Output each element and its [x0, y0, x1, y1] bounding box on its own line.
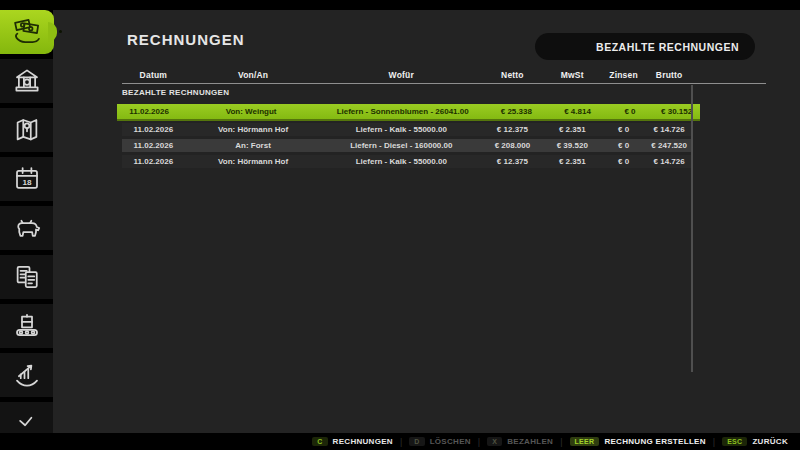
- invoice-table: 11.02.2026Von: WeingutLiefern - Sonnenbl…: [122, 104, 692, 171]
- statistics-icon: [12, 360, 42, 390]
- table-row[interactable]: 11.02.2026An: ForstLiefern - Diesel - 16…: [122, 139, 692, 152]
- cell-wofuer: Liefern - Kalk - 55000.00: [321, 157, 481, 166]
- production-icon: [12, 311, 42, 341]
- shortcut-zur-ck[interactable]: ESCZURÜCK: [722, 437, 788, 446]
- cell-zinsen: € 0: [601, 141, 647, 150]
- cell-von_an: Von: Weingut: [181, 107, 321, 116]
- cell-wofuer: Liefern - Kalk - 55000.00: [321, 125, 481, 134]
- cell-datum: 11.02.2026: [122, 125, 185, 134]
- cell-datum: 11.02.2026: [122, 141, 185, 150]
- cell-datum: 11.02.2026: [117, 107, 181, 116]
- cell-wofuer: Liefern - Sonnenblumen - 26041.00: [321, 107, 484, 116]
- column-header-0: Datum: [122, 70, 185, 80]
- cell-netto: € 12.375: [481, 125, 544, 134]
- cell-netto: € 25.338: [484, 107, 548, 116]
- shortcut-bar: CRECHNUNGEN|DLÖSCHEN|XBEZAHLEN|LEERRECHN…: [0, 433, 800, 450]
- table-header-row: DatumVon/AnWofürNettoMwStZinsenBrutto: [122, 68, 692, 81]
- contracts-icon: [12, 262, 42, 292]
- cell-zinsen: € 0: [601, 125, 647, 134]
- key-badge: D: [409, 437, 424, 446]
- column-header-1: Von/An: [185, 70, 322, 80]
- cell-mwst: € 2.351: [544, 157, 601, 166]
- cell-brutto: € 14.726: [646, 157, 692, 166]
- section-label: BEZAHLTE RECHNUNGEN: [122, 88, 229, 97]
- bank-icon: [12, 66, 42, 96]
- sidebar-item-map[interactable]: [0, 108, 53, 152]
- column-header-2: Wofür: [321, 70, 481, 80]
- active-tab-dot: [59, 30, 62, 33]
- calendar-icon: 18: [12, 164, 42, 194]
- cell-brutto: € 247.520: [646, 141, 692, 150]
- cell-netto: € 12.375: [481, 157, 544, 166]
- scrollbar[interactable]: [691, 85, 693, 372]
- column-header-5: Zinsen: [601, 70, 647, 80]
- cell-brutto: € 14.726: [646, 125, 692, 134]
- animals-icon: [12, 213, 42, 243]
- shortcut-rechnungen[interactable]: CRECHNUNGEN: [312, 437, 393, 446]
- column-header-3: Netto: [481, 70, 544, 80]
- cell-netto: € 208.000: [481, 141, 544, 150]
- shortcut-separator: |: [560, 437, 562, 447]
- sidebar-item-production[interactable]: [0, 304, 53, 348]
- cell-wofuer: Liefern - Diesel - 160000.00: [321, 141, 481, 150]
- money-hand-icon: [12, 17, 42, 47]
- paid-invoices-button[interactable]: BEZAHLTE RECHNUNGEN: [535, 33, 755, 60]
- sidebar-item-bank[interactable]: [0, 59, 53, 103]
- shortcut-separator: |: [713, 437, 715, 447]
- shortcut-label: LÖSCHEN: [430, 437, 471, 446]
- shortcut-label: RECHNUNG ERSTELLEN: [604, 437, 705, 446]
- table-row[interactable]: 11.02.2026Von: Hörmann HofLiefern - Kalk…: [122, 155, 692, 168]
- shortcut-label: RECHNUNGEN: [333, 437, 393, 446]
- cell-von_an: An: Forst: [185, 141, 322, 150]
- sidebar-item-contracts[interactable]: [0, 255, 53, 299]
- shortcut-separator: |: [478, 437, 480, 447]
- key-badge: X: [487, 437, 502, 446]
- cell-von_an: Von: Hörmann Hof: [185, 157, 322, 166]
- shortcut-label: BEZAHLEN: [507, 437, 553, 446]
- key-badge: ESC: [722, 437, 747, 446]
- sidebar-item-calendar[interactable]: 18: [0, 157, 53, 201]
- shortcut-label: ZURÜCK: [752, 437, 788, 446]
- sidebar-item-finances[interactable]: [0, 10, 54, 54]
- cell-von_an: Von: Hörmann Hof: [185, 125, 322, 134]
- invoices-screen: 18 RECHNUNGEN BEZAHLTE RECHNUNGEN DatumV…: [0, 0, 800, 450]
- column-header-4: MwSt: [544, 70, 601, 80]
- key-badge: C: [312, 437, 327, 446]
- cell-datum: 11.02.2026: [122, 157, 185, 166]
- cell-zinsen: € 0: [601, 157, 647, 166]
- table-row[interactable]: 11.02.2026Von: Hörmann HofLiefern - Kalk…: [122, 123, 692, 136]
- page-title: RECHNUNGEN: [127, 31, 245, 48]
- column-header-6: Brutto: [646, 70, 692, 80]
- map-icon: [12, 115, 42, 145]
- cell-mwst: € 4.814: [548, 107, 606, 116]
- shortcut-separator: |: [400, 437, 402, 447]
- svg-text:18: 18: [22, 178, 32, 187]
- sidebar-item-animals[interactable]: [0, 206, 53, 250]
- shortcut-l-schen[interactable]: DLÖSCHEN: [409, 437, 471, 446]
- table-row-selected[interactable]: 11.02.2026Von: WeingutLiefern - Sonnenbl…: [117, 104, 700, 121]
- cell-zinsen: € 0: [607, 107, 654, 116]
- shortcut-rechnung-erstellen[interactable]: LEERRECHNUNG ERSTELLEN: [570, 437, 706, 446]
- sidebar-item-statistics[interactable]: [0, 353, 53, 397]
- table-header-divider: [122, 83, 766, 84]
- cell-mwst: € 2.351: [544, 125, 601, 134]
- shortcut-bezahlen[interactable]: XBEZAHLEN: [487, 437, 553, 446]
- cell-mwst: € 39.520: [544, 141, 601, 150]
- key-badge: LEER: [570, 437, 600, 446]
